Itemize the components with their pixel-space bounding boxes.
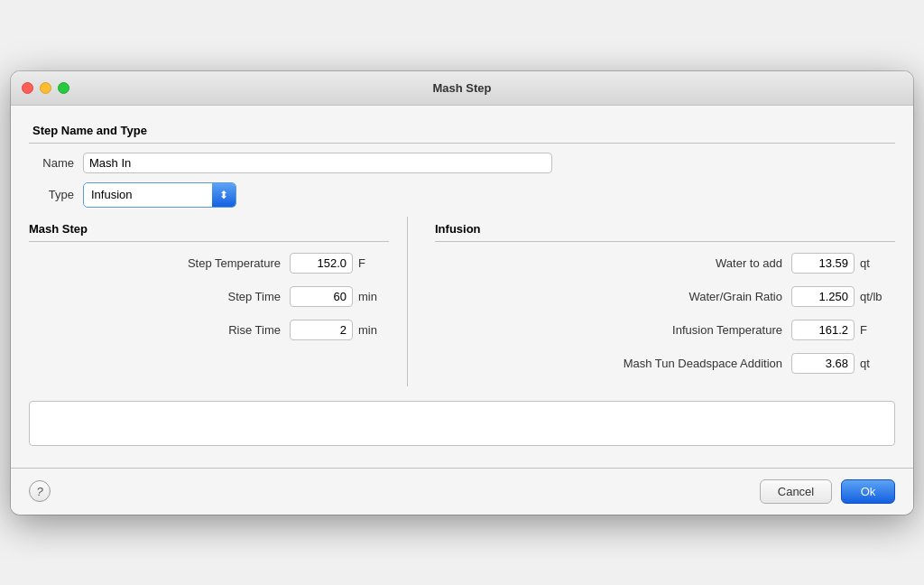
mash-tun-deadspace-unit: qt xyxy=(855,357,895,370)
name-row: Name xyxy=(29,153,895,173)
ok-button[interactable]: Ok xyxy=(841,479,895,504)
step-time-input[interactable] xyxy=(290,286,353,307)
notes-area[interactable] xyxy=(29,401,895,446)
water-grain-ratio-row: Water/Grain Ratio qt/lb xyxy=(435,286,895,307)
mash-tun-deadspace-row: Mash Tun Deadspace Addition qt xyxy=(435,353,895,374)
infusion-header: Infusion xyxy=(435,217,895,242)
water-grain-ratio-input[interactable] xyxy=(791,286,855,307)
infusion-temp-unit: F xyxy=(855,323,895,337)
right-column: Infusion Water to add qt Water/Grain Rat… xyxy=(408,217,895,386)
step-time-label: Step Time xyxy=(227,290,290,303)
mash-step-header: Mash Step xyxy=(29,217,389,242)
footer-buttons: Cancel Ok xyxy=(760,479,895,504)
left-column: Mash Step Step Temperature F Step Time m… xyxy=(29,217,408,386)
traffic-lights xyxy=(22,82,69,94)
chevron-updown-icon: ⬍ xyxy=(219,190,228,200)
mash-tun-deadspace-label: Mash Tun Deadspace Addition xyxy=(624,357,791,370)
water-grain-ratio-label: Water/Grain Ratio xyxy=(688,290,791,303)
footer: ? Cancel Ok xyxy=(11,468,913,515)
step-time-row: Step Time min xyxy=(29,286,389,307)
step-temp-label: Step Temperature xyxy=(188,256,290,270)
infusion-temp-row: Infusion Temperature F xyxy=(435,320,895,340)
type-select-value: Infusion xyxy=(84,184,212,205)
step-temp-input[interactable] xyxy=(290,253,353,274)
water-grain-ratio-unit: qt/lb xyxy=(855,290,895,303)
water-to-add-input[interactable] xyxy=(791,253,855,274)
name-input[interactable] xyxy=(83,153,552,173)
step-name-type-header: Step Name and Type xyxy=(29,118,895,144)
mash-tun-deadspace-input[interactable] xyxy=(791,353,855,374)
infusion-temp-input[interactable] xyxy=(791,320,855,340)
close-button[interactable] xyxy=(22,82,33,94)
step-temp-row: Step Temperature F xyxy=(29,253,389,274)
window-title: Mash Step xyxy=(432,81,491,95)
type-select[interactable]: Infusion ⬍ xyxy=(83,182,236,208)
minimize-button[interactable] xyxy=(40,82,51,94)
type-select-chevron-btn[interactable]: ⬍ xyxy=(212,183,236,207)
rise-time-unit: min xyxy=(353,323,389,337)
type-row: Type Infusion ⬍ xyxy=(29,182,895,208)
rise-time-input[interactable] xyxy=(290,320,353,340)
main-window: Mash Step Step Name and Type Name Type I… xyxy=(11,71,913,515)
content-area: Step Name and Type Name Type Infusion ⬍ … xyxy=(11,106,913,468)
rise-time-row: Rise Time min xyxy=(29,320,389,340)
water-to-add-row: Water to add qt xyxy=(435,253,895,274)
step-temp-unit: F xyxy=(353,256,389,270)
cancel-button[interactable]: Cancel xyxy=(760,479,832,504)
rise-time-label: Rise Time xyxy=(228,323,290,337)
water-to-add-unit: qt xyxy=(855,256,895,270)
step-time-unit: min xyxy=(353,290,389,303)
two-column-section: Mash Step Step Temperature F Step Time m… xyxy=(29,217,895,386)
water-to-add-label: Water to add xyxy=(716,256,791,270)
infusion-temp-label: Infusion Temperature xyxy=(672,323,791,337)
help-button[interactable]: ? xyxy=(29,480,51,502)
name-label: Name xyxy=(29,156,83,170)
titlebar: Mash Step xyxy=(11,71,913,106)
maximize-button[interactable] xyxy=(58,82,69,94)
type-label: Type xyxy=(29,188,83,201)
